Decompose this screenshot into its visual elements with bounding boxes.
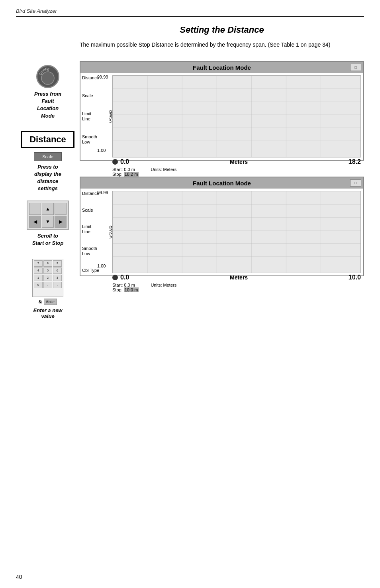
press-from-label: Press from Fault Location Mode: [34, 90, 61, 120]
chart2-xleft: 0.0: [120, 274, 129, 281]
right-arrow-button[interactable]: ▶: [55, 216, 67, 228]
scale-btn-container: Scale Press to display the distance sett…: [34, 152, 62, 193]
sidebar-scale: Scale: [82, 93, 111, 98]
svg-point-1: [41, 72, 54, 85]
key-9[interactable]: 9: [53, 260, 62, 267]
chart2-sidebar-smooth: SmoothLow: [82, 246, 111, 256]
arrow-pad: ▲ ◀ ▼ ▶: [27, 201, 69, 230]
chart1-title: Fault Location Mode: [94, 64, 350, 71]
chart2-title: Fault Location Mode: [94, 180, 350, 187]
header-title: Bird Site Analyzer: [16, 8, 57, 14]
chart1-start-stop: Start: 0.0 m Stop: 18.2 m: [112, 167, 139, 177]
distance-button[interactable]: Distance: [21, 131, 74, 148]
chart2-sidebar-cbltype: Cbl Type: [82, 268, 111, 273]
chart1: Fault Location Mode □ Distance Scale Lim…: [80, 61, 364, 161]
key-1[interactable]: 1: [34, 275, 43, 281]
chart2-plot-area: 99.99 VSWR: [112, 191, 361, 273]
chart1-header: Fault Location Mode □: [80, 62, 363, 73]
chart2-ymin: 1.00: [97, 264, 106, 268]
key-6[interactable]: 6: [53, 267, 62, 274]
chart1-sidebar: Distance Scale LimitLine SmoothLow: [80, 75, 112, 157]
press-display-label: Press to display the distance settings: [34, 163, 61, 193]
chart2-units: Units: Meters: [151, 283, 176, 292]
key-8[interactable]: 8: [43, 260, 52, 267]
enter-key[interactable]: Enter: [44, 299, 57, 305]
chart2-ymax: 99.99: [97, 190, 108, 195]
chart2-bottom-info: Start: 0.0 m Stop: 10.0 m Units: Meters: [112, 282, 361, 293]
chart1-dot: [112, 159, 118, 165]
main-content: Config Press from Fault Location Mode Di…: [16, 61, 364, 319]
keypad-bottom: & Enter: [39, 299, 57, 305]
chart2-xright: 10.0: [349, 274, 361, 281]
chart1-bottom-info: Start: 0.0 m Stop: 18.2 m Units: Meters: [112, 166, 361, 177]
up-arrow-button[interactable]: ▲: [42, 203, 54, 215]
keypad-container: 7 8 9 4 5 6 1 2 3 0 . - & Enter Enter a …: [32, 259, 63, 319]
key-7[interactable]: 7: [34, 260, 43, 267]
key-2[interactable]: 2: [43, 275, 52, 281]
config-btn-container: Config Press from Fault Location Mode: [34, 65, 61, 120]
left-panel: Config Press from Fault Location Mode Di…: [16, 61, 80, 319]
right-panel: Fault Location Mode □ Distance Scale Lim…: [80, 61, 364, 319]
chart1-xleft: 0.0: [120, 158, 129, 165]
chart1-xright: 18.2: [349, 158, 361, 165]
key-5[interactable]: 5: [43, 267, 52, 274]
chart2-sidebar: Distance Scale LimitLine SmoothLow Cbl T…: [80, 191, 112, 273]
chart2-sidebar-limitline: LimitLine: [82, 224, 111, 234]
key-dot[interactable]: .: [43, 282, 52, 288]
chart2-plot: [112, 191, 361, 273]
chart2-dot: [112, 275, 118, 280]
chart2-corner-button[interactable]: □: [350, 179, 361, 187]
down-arrow-button[interactable]: ▼: [42, 216, 54, 228]
scroll-btn-container: ▲ ◀ ▼ ▶ Scroll to Start or Stop: [27, 201, 69, 247]
chart2-xaxis: 0.0 Meters 10.0: [112, 273, 361, 282]
key-4[interactable]: 4: [34, 267, 43, 274]
chart1-corner-button[interactable]: □: [350, 64, 361, 71]
chart2-body: Distance Scale LimitLine SmoothLow Cbl T…: [80, 189, 363, 275]
config-button[interactable]: Config: [36, 65, 59, 88]
scale-button[interactable]: Scale: [34, 152, 62, 161]
page-number: 40: [16, 574, 22, 580]
arrow-blank-tr: [55, 203, 67, 215]
chart1-stop-val: 18.2 m: [124, 172, 139, 177]
key-3[interactable]: 3: [53, 275, 62, 281]
sidebar-limitline: LimitLine: [82, 111, 111, 122]
header: Bird Site Analyzer: [16, 8, 364, 17]
chart1-ymin: 1.00: [97, 148, 106, 153]
chart1-body: Distance Scale LimitLine SmoothLow 99.99…: [80, 73, 363, 160]
chart1-xmid: Meters: [230, 159, 248, 165]
chart2: Fault Location Mode □ Distance Scale Lim…: [80, 177, 364, 276]
chart2-header: Fault Location Mode □: [80, 177, 363, 189]
intro-text: The maximum possible Stop Distance is de…: [80, 41, 364, 49]
section-title: Setting the Distance: [80, 25, 364, 35]
scroll-label: Scroll to Start or Stop: [32, 232, 64, 247]
key-minus[interactable]: -: [53, 282, 62, 288]
left-arrow-button[interactable]: ◀: [29, 216, 41, 228]
chart2-stop-val: 10.0 m: [124, 287, 139, 292]
chart1-xaxis: 0.0 Meters 18.2: [112, 157, 361, 166]
chart1-ymax: 99.99: [97, 75, 108, 79]
arrow-blank-tl: [29, 203, 41, 215]
chart1-units: Units: Meters: [151, 167, 176, 177]
keypad: 7 8 9 4 5 6 1 2 3 0 . -: [32, 259, 63, 297]
enter-new-label: Enter a new value: [33, 307, 63, 319]
chart1-plot: [112, 75, 361, 157]
sidebar-smooth: SmoothLow: [82, 134, 111, 145]
distance-btn-container: Distance: [21, 131, 74, 148]
chart2-xmid: Meters: [230, 274, 248, 281]
chart2-sidebar-scale: Scale: [82, 208, 111, 213]
key-0[interactable]: 0: [34, 282, 43, 288]
chart2-start-stop: Start: 0.0 m Stop: 10.0 m: [112, 283, 139, 292]
chart1-plot-area: 99.99 VSWR: [112, 75, 361, 157]
ampersand-symbol: &: [39, 299, 42, 305]
